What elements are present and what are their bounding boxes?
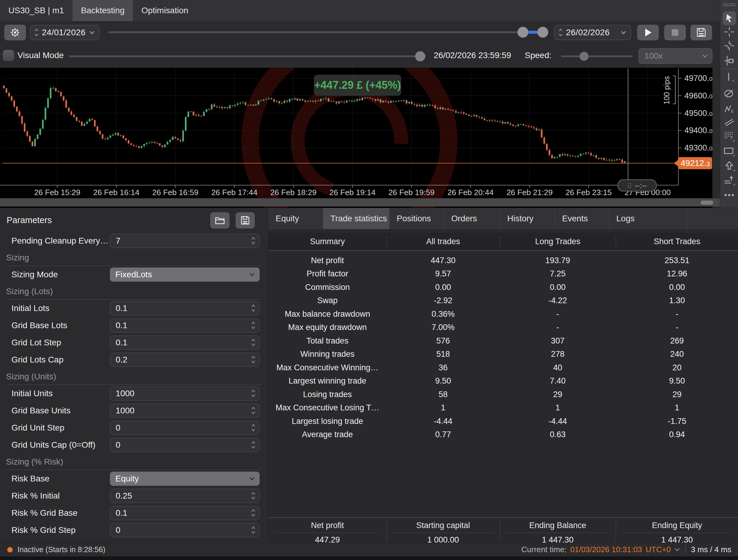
stop-button[interactable] (664, 25, 686, 40)
stepper-arrows-icon[interactable] (251, 236, 256, 246)
param-stepper-input[interactable]: 0.1 (110, 506, 260, 520)
chevron-down-icon (702, 54, 708, 58)
start-date-picker[interactable]: 24/01/2026 (30, 25, 99, 40)
more-tools-icon[interactable] (723, 193, 735, 197)
param-stepper-input[interactable]: 0.2 (110, 353, 260, 367)
param-value: 0.25 (110, 491, 132, 501)
chevron-down-icon[interactable] (674, 548, 680, 552)
results-tab-orders[interactable]: Orders (444, 208, 500, 229)
channel-tool-icon[interactable] (724, 117, 735, 127)
param-stepper-input[interactable]: 0 (110, 523, 260, 537)
measure-tool-icon[interactable] (724, 40, 735, 51)
param-stepper-input[interactable]: 0.1 (110, 336, 260, 350)
table-cell: Profit factor (268, 269, 386, 278)
svg-text:26 Feb 21:29: 26 Feb 21:29 (506, 188, 552, 197)
rectangle-tool-icon[interactable] (723, 146, 735, 157)
chart-cursor-time-bubble[interactable]: --:-- (618, 179, 657, 191)
table-cell: Largest winning trade (268, 376, 386, 386)
param-stepper-input[interactable]: 7 (110, 233, 260, 248)
param-section-label: Sizing (6, 253, 29, 262)
results-tab-trade-statistics[interactable]: Trade statistics (323, 208, 389, 229)
param-stepper-input[interactable]: 1000 (110, 404, 260, 418)
param-stepper-input[interactable]: 0.1 (110, 318, 260, 333)
param-dropdown[interactable]: Equity (110, 472, 260, 486)
parameters-list: Pending Cleanup Every…7SizingSizing Mode… (0, 232, 268, 539)
range-end-handle[interactable] (537, 27, 548, 38)
chevron-down-icon (249, 272, 255, 277)
results-tab-history[interactable]: History (500, 208, 555, 229)
top-tab-backtesting[interactable]: Backtesting (73, 0, 133, 21)
param-stepper-input[interactable]: 0.1 (110, 301, 260, 315)
table-header-row: SummaryAll tradesLong TradesShort Trades (268, 233, 738, 251)
summary-col-ending-equity: Ending Equity1 447.30 (616, 518, 738, 545)
results-tab-equity[interactable]: Equity (268, 208, 323, 229)
param-row: Risk BaseEquity (0, 470, 268, 487)
load-parameters-button[interactable] (210, 212, 230, 228)
play-button[interactable] (637, 25, 659, 40)
date-stepper-icon[interactable] (558, 28, 563, 37)
param-label: Risk Base (11, 474, 49, 484)
results-tab-events[interactable]: Events (555, 208, 609, 229)
stepper-arrows-icon[interactable] (251, 304, 256, 313)
stepper-arrows-icon[interactable] (251, 440, 256, 450)
save-parameters-button[interactable] (236, 212, 255, 228)
stepper-arrows-icon[interactable] (251, 321, 256, 330)
table-cell: - (500, 310, 616, 319)
fibonacci-tool-icon[interactable]: F (724, 131, 735, 142)
timezone-value[interactable]: UTC+0 (646, 545, 671, 554)
save-results-button[interactable] (690, 25, 712, 40)
chevron-down-icon (621, 30, 627, 35)
speed-slider[interactable] (561, 55, 633, 57)
end-date-picker[interactable]: 26/02/2026 (554, 25, 631, 40)
chart-horizontal-scrollbar[interactable] (0, 198, 738, 206)
stepper-arrows-icon[interactable] (251, 355, 256, 365)
param-stepper-input[interactable]: 0.25 (110, 489, 260, 503)
table-cell: 7.00% (386, 323, 500, 332)
date-range-slider[interactable] (108, 31, 547, 33)
param-dropdown[interactable]: FixedLots (110, 267, 260, 282)
ellipse-tool-icon[interactable] (724, 88, 735, 98)
snap-tool-icon[interactable] (724, 55, 735, 66)
range-start-handle[interactable] (517, 27, 528, 38)
speed-select[interactable]: 100x (639, 48, 712, 64)
stepper-arrows-icon[interactable] (251, 338, 256, 348)
stepper-arrows-icon[interactable] (251, 508, 256, 518)
backtest-settings-button[interactable] (4, 25, 26, 40)
results-tab-logs[interactable]: Logs (609, 208, 688, 229)
elliott-wave-tool-icon[interactable]: E (724, 104, 735, 114)
top-tab-optimisation[interactable]: Optimisation (133, 0, 197, 21)
param-stepper-input[interactable]: 0 (110, 438, 260, 452)
toolbar-grip-icon[interactable] (723, 3, 736, 7)
stepper-arrows-icon[interactable] (251, 491, 256, 501)
stepper-arrows-icon[interactable] (251, 406, 256, 416)
divider (685, 546, 686, 554)
parameters-panel: Parameters Pending Cleanup Every…7Sizing… (0, 208, 268, 543)
playback-progress-handle[interactable] (415, 51, 425, 61)
arrow-up-tool-icon[interactable] (723, 160, 735, 172)
param-stepper-input[interactable]: 1000 (110, 386, 260, 401)
cursor-tool-icon[interactable] (725, 13, 734, 23)
speed-slider-handle[interactable] (580, 52, 589, 61)
current-time-value: 01/03/2026 10:31:03 (570, 545, 642, 554)
param-label: Grid Unit Step (11, 423, 64, 433)
param-stepper-input[interactable]: 0 (110, 421, 260, 435)
stepper-arrows-icon[interactable] (251, 525, 256, 535)
stepper-arrows-icon[interactable] (251, 389, 256, 398)
param-value: 0 (110, 525, 120, 535)
table-row: Swap-2.92-4.221.30 (268, 294, 738, 308)
param-label: Grid Base Units (11, 406, 70, 416)
stepper-arrows-icon[interactable] (251, 423, 256, 433)
chart-scrollbar-handle[interactable] (701, 200, 713, 205)
visual-mode-checkbox[interactable] (3, 50, 14, 61)
top-tab-us30-sb-m1[interactable]: US30_SB | m1 (0, 0, 73, 21)
table-cell: 29 (500, 390, 616, 399)
crosshair-tool-icon[interactable] (724, 26, 735, 37)
playback-datetime: 26/02/2026 23:59:59 (434, 51, 511, 60)
playback-progress-slider[interactable] (69, 55, 425, 57)
vertical-line-tool-icon[interactable] (724, 72, 734, 83)
date-stepper-icon[interactable] (34, 28, 39, 37)
summary-label: Starting capital (386, 521, 500, 530)
window-bottom-edge (0, 556, 738, 560)
annotation-tool-icon[interactable] (723, 174, 735, 186)
results-tab-positions[interactable]: Positions (389, 208, 444, 229)
